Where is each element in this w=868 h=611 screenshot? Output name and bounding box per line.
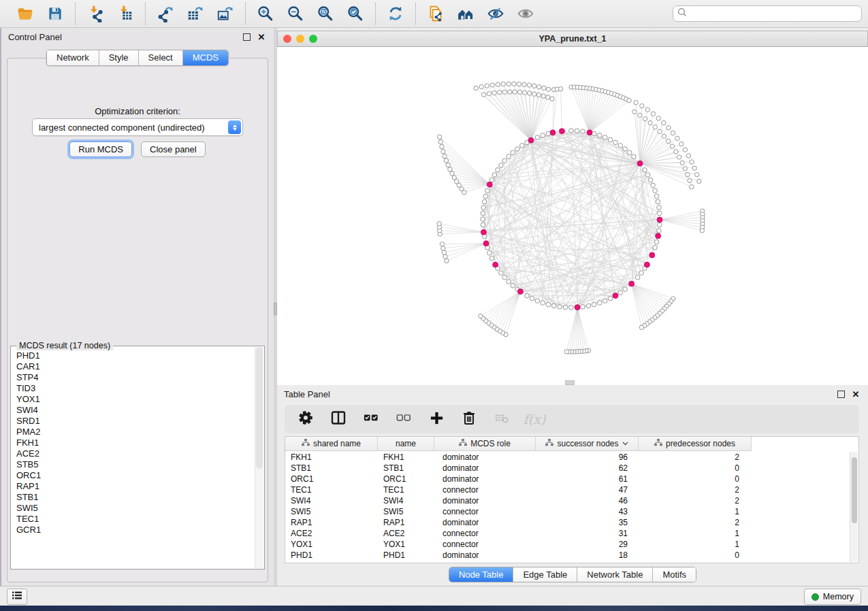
delete-column-button[interactable]: [460, 410, 478, 428]
table-row[interactable]: YOX1YOX1connector291: [285, 539, 850, 550]
close-icon: ✕: [258, 33, 266, 42]
tab-mcds[interactable]: MCDS: [182, 50, 228, 65]
clone-network-button[interactable]: [425, 3, 446, 24]
apply-layout-button[interactable]: [385, 3, 406, 24]
float-panel-button[interactable]: [241, 31, 252, 42]
hide-selected-button[interactable]: [485, 3, 506, 24]
add-column-button[interactable]: [428, 410, 445, 428]
deselect-all-button[interactable]: [395, 410, 413, 428]
select-all-button[interactable]: [362, 410, 380, 428]
column-header-name[interactable]: name: [378, 437, 434, 451]
table-scrollbar[interactable]: [850, 452, 858, 562]
tab-node-table[interactable]: Node Table: [449, 567, 513, 582]
delete-column-icon: [461, 410, 477, 429]
mcds-result-item[interactable]: SRD1: [15, 416, 255, 427]
close-table-panel-button[interactable]: ✕: [850, 389, 861, 399]
table-row[interactable]: STB1STB1dominator620: [285, 463, 850, 474]
column-label: shared name: [313, 439, 361, 448]
mcds-result-item[interactable]: ORC1: [15, 470, 255, 481]
mcds-result-item[interactable]: PMA2: [15, 427, 255, 437]
table-row[interactable]: RAP1RAP1dominator352: [285, 517, 850, 528]
cell-successor-nodes: 35: [536, 517, 639, 528]
table-row[interactable]: SWI4SWI4dominator462: [285, 495, 850, 506]
column-header-successor-nodes[interactable]: successor nodes: [536, 437, 639, 451]
close-panel-button-2[interactable]: Close panel: [141, 142, 206, 157]
tab-network[interactable]: Network: [47, 50, 99, 65]
mcds-result-item[interactable]: STP4: [15, 372, 255, 383]
export-network-button[interactable]: [155, 3, 176, 24]
memory-label: Memory: [823, 592, 854, 601]
mcds-result-item[interactable]: FKH1: [15, 437, 255, 448]
table-row[interactable]: ACE2ACE2connector311: [285, 528, 850, 539]
mcds-result-item[interactable]: TID3: [15, 383, 255, 394]
mcds-result-item[interactable]: PHD1: [15, 350, 255, 361]
search-input[interactable]: [687, 8, 857, 19]
tab-select[interactable]: Select: [138, 50, 182, 65]
mcds-result-item[interactable]: GCR1: [15, 525, 255, 535]
export-image-button[interactable]: [215, 3, 236, 24]
zoom-fit-button[interactable]: [315, 3, 336, 24]
mcds-result-item[interactable]: CAR1: [15, 361, 255, 372]
cell-successor-nodes: 47: [536, 484, 639, 495]
export-network-icon: [157, 5, 174, 22]
table-row[interactable]: TEC1TEC1connector472: [285, 484, 850, 495]
cell-predecessor-nodes: 2: [639, 452, 752, 463]
search-box[interactable]: [673, 5, 862, 22]
optimization-criterion-select[interactable]: largest connected component (undirected): [32, 118, 243, 136]
import-table-button[interactable]: [115, 3, 135, 24]
cell-mcds-role: connector: [434, 539, 536, 550]
close-panel-button[interactable]: ✕: [256, 31, 267, 42]
cell-mcds-role: dominator: [434, 517, 536, 528]
function-builder-button: f(x): [526, 410, 543, 428]
mcds-result-item[interactable]: STB1: [15, 492, 255, 503]
import-network-button[interactable]: [85, 3, 106, 24]
mcds-result-item[interactable]: YOX1: [15, 394, 255, 405]
open-session-button[interactable]: [15, 3, 35, 24]
float-table-panel-button[interactable]: [835, 389, 846, 399]
show-columns-button[interactable]: [329, 410, 347, 428]
mcds-result-item[interactable]: ACE2: [15, 448, 255, 459]
cell-shared-name: PHD1: [285, 550, 378, 561]
delete-table-icon: [494, 410, 509, 428]
tab-network-table[interactable]: Network Table: [577, 567, 652, 582]
first-neighbors-button[interactable]: [455, 3, 476, 24]
mcds-result-item[interactable]: SWI5: [15, 503, 255, 514]
network-window-titlebar[interactable]: YPA_prune.txt_1: [277, 31, 868, 47]
column-type-icon: [302, 439, 310, 448]
table-row[interactable]: SWI5SWI5connector431: [285, 506, 850, 517]
zoom-in-button[interactable]: [255, 3, 276, 24]
deselect-all-icon: [396, 410, 411, 428]
column-header-predecessor-nodes[interactable]: predecessor nodes: [639, 437, 752, 451]
table-row[interactable]: FKH1FKH1dominator962: [285, 452, 850, 463]
cell-name: RAP1: [378, 517, 434, 528]
run-mcds-button[interactable]: Run MCDS: [69, 142, 132, 157]
zoom-out-button[interactable]: [285, 3, 306, 24]
mcds-result-item[interactable]: TEC1: [15, 514, 255, 525]
zoom-out-icon: [287, 5, 304, 22]
show-all-icon: [517, 5, 534, 22]
settings-button[interactable]: [297, 410, 315, 428]
tab-motifs[interactable]: Motifs: [652, 567, 696, 582]
column-header-MCDS-role[interactable]: MCDS role: [434, 437, 536, 451]
cell-mcds-role: connector: [434, 506, 536, 517]
network-splitter-grip[interactable]: [565, 380, 575, 385]
show-all-button[interactable]: [515, 3, 536, 24]
column-header-shared-name[interactable]: shared name: [285, 437, 378, 451]
cell-name: PHD1: [378, 550, 434, 561]
tab-edge-table[interactable]: Edge Table: [513, 567, 577, 582]
mcds-result-item[interactable]: RAP1: [15, 481, 255, 492]
network-canvas[interactable]: [277, 47, 868, 385]
mcds-result-item[interactable]: STB5: [15, 459, 255, 470]
memory-button[interactable]: Memory: [804, 589, 861, 605]
mcds-result-item[interactable]: SWI4: [15, 405, 255, 416]
zoom-selected-button[interactable]: [345, 3, 366, 24]
task-history-button[interactable]: [7, 589, 27, 605]
save-session-button[interactable]: [45, 3, 65, 24]
column-label: predecessor nodes: [666, 439, 735, 448]
export-table-button[interactable]: [185, 3, 206, 24]
table-row[interactable]: ORC1ORC1dominator610: [285, 474, 850, 484]
table-row[interactable]: PHD1PHD1dominator180: [285, 550, 850, 561]
mcds-list-scrollbar[interactable]: [255, 347, 263, 568]
tab-style[interactable]: Style: [99, 50, 138, 65]
control-panel-header: Control Panel ✕: [1, 28, 274, 46]
